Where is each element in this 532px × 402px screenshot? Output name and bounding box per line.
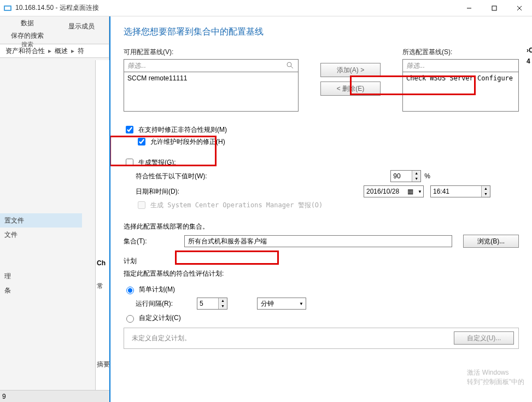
- rdp-title-bar: 10.168.14.50 - 远程桌面连接: [0, 0, 532, 16]
- custom-schedule-box: 未定义自定义计划。 自定义(U)...: [124, 328, 519, 349]
- add-button[interactable]: 添加(A) >: [320, 63, 381, 77]
- chevron-down-icon: ▼: [299, 301, 303, 306]
- simple-schedule-radio[interactable]: 简单计划(M): [124, 283, 519, 296]
- selected-filter-input[interactable]: 筛选...: [402, 59, 519, 72]
- calendar-icon: ▦: [407, 188, 413, 195]
- nav-tree: 置文件 文件 理 条: [0, 213, 82, 298]
- chevron-up-icon[interactable]: ▲: [219, 298, 227, 304]
- list-item[interactable]: Check WSUS Server Configure: [406, 74, 515, 82]
- selected-baselines-list[interactable]: Check WSUS Server Configure: [402, 72, 519, 112]
- available-baselines-list[interactable]: SCCM remote11111: [124, 72, 299, 112]
- status-bar: 9: [0, 390, 109, 402]
- bg-col-data: 数据: [0, 19, 55, 28]
- breadcrumb-sep: ▸: [71, 47, 74, 55]
- close-button[interactable]: [507, 0, 532, 16]
- tree-item[interactable]: 置文件: [0, 213, 82, 228]
- compliance-below-label: 符合性低于以下值时(W):: [136, 172, 234, 181]
- tree-item[interactable]: 条: [0, 283, 82, 298]
- maximize-button[interactable]: [482, 0, 507, 16]
- scom-alert-checkbox: 生成 System Center Operations Manager 警报(O…: [124, 199, 519, 211]
- background-app-left: 数据 保存的搜索 搜索 显示成员 资产和符合性 ▸ 概述 ▸ 符 配置 搜索 图…: [0, 16, 109, 402]
- schedule-text: 指定此配置基线的符合性评估计划:: [124, 269, 519, 278]
- generate-alert-checkbox[interactable]: 生成警报(G):: [124, 156, 519, 168]
- available-baselines-label: 可用配置基线(V):: [124, 48, 299, 57]
- customize-button[interactable]: 自定义(U)...: [454, 331, 514, 345]
- interval-value-input[interactable]: ▲▼: [197, 298, 227, 310]
- deploy-baseline-dialog: 选择您想要部署到集合中的配置基线 可用配置基线(V): 筛选... SCCM r…: [109, 16, 532, 402]
- collection-label: 集合(T):: [124, 237, 179, 246]
- browse-button[interactable]: 浏览(B)...: [463, 235, 519, 248]
- chevron-up-icon[interactable]: ▲: [412, 171, 420, 176]
- chevron-down-icon[interactable]: ▼: [418, 189, 422, 194]
- datetime-label: 日期和时间(D):: [136, 187, 234, 196]
- time-input[interactable]: 16:41 ▲▼: [430, 185, 490, 197]
- chevron-down-icon[interactable]: ▼: [412, 176, 420, 182]
- right-edge-fragment: ›C 4: [527, 46, 532, 65]
- percent-label: %: [424, 172, 430, 180]
- show-members-btn[interactable]: 显示成员: [55, 22, 109, 31]
- rdp-icon: [3, 4, 12, 13]
- interval-unit-select[interactable]: 分钟 ▼: [257, 298, 306, 310]
- chevron-up-icon[interactable]: ▲: [482, 186, 490, 191]
- breadcrumb-node[interactable]: 符: [78, 46, 84, 56]
- breadcrumb[interactable]: 资产和符合性 ▸ 概述 ▸ 符: [0, 44, 109, 58]
- svg-rect-3: [492, 6, 496, 10]
- list-item[interactable]: SCCM remote11111: [127, 74, 295, 82]
- collection-input[interactable]: 所有台式机和服务器客户端: [184, 235, 452, 247]
- window-controls: [457, 0, 532, 16]
- date-input[interactable]: 2016/10/28 ▦ ▼: [364, 185, 424, 197]
- breadcrumb-sep: ▸: [48, 47, 51, 55]
- dialog-title: 选择您想要部署到集合中的配置基线: [124, 26, 519, 38]
- allow-outside-maintenance-checkbox[interactable]: 允许维护时段外的修正(H): [124, 136, 519, 148]
- chevron-down-icon[interactable]: ▼: [482, 191, 490, 197]
- remediate-noncompliance-checkbox[interactable]: 在支持时修正非符合性规则(M): [124, 124, 519, 136]
- deploy-collection-label: 选择此配置基线部署的集合。: [124, 222, 519, 231]
- interval-label: 运行间隔(R):: [136, 299, 190, 308]
- bg-toolbar: 数据 保存的搜索 搜索 显示成员: [0, 16, 109, 44]
- remove-button[interactable]: < 删除(E): [320, 81, 381, 96]
- tree-item[interactable]: 理: [0, 269, 82, 283]
- svg-point-6: [287, 62, 291, 67]
- svg-line-7: [291, 66, 293, 68]
- custom-schedule-radio[interactable]: 自定义计划(C): [124, 311, 519, 324]
- saved-search-btn[interactable]: 保存的搜索: [0, 31, 55, 40]
- schedule-header: 计划: [124, 257, 519, 266]
- compliance-percent-input[interactable]: ▲▼: [390, 170, 421, 182]
- tree-item[interactable]: 文件: [0, 228, 82, 242]
- breadcrumb-node[interactable]: 概述: [55, 46, 68, 56]
- search-icon: [286, 61, 295, 70]
- rdp-title-text: 10.168.14.50 - 远程桌面连接: [15, 3, 457, 13]
- minimize-button[interactable]: [457, 0, 482, 16]
- selected-baselines-label: 所选配置基线(S):: [402, 48, 519, 57]
- windows-activation-watermark: 激活 Windows 转到"控制面板"中的: [467, 368, 524, 387]
- breadcrumb-node[interactable]: 资产和符合性: [5, 46, 45, 56]
- chevron-down-icon[interactable]: ▼: [219, 304, 227, 309]
- svg-rect-1: [5, 7, 10, 10]
- available-filter-input[interactable]: 筛选...: [124, 59, 299, 72]
